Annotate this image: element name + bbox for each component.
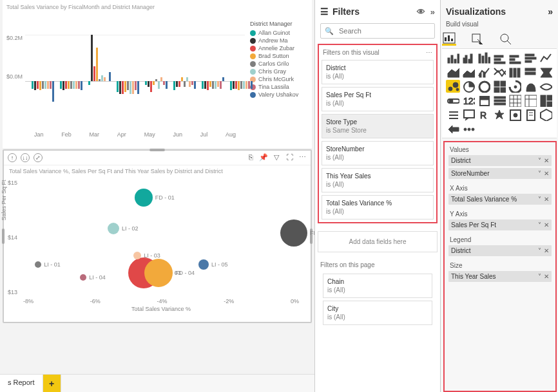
viz-type-icon[interactable] [523, 108, 537, 121]
search-input[interactable] [338, 26, 430, 35]
bar[interactable] [189, 81, 191, 87]
viz-type-icon[interactable] [539, 66, 553, 79]
bar[interactable] [99, 79, 101, 81]
collapse-pane-icon[interactable]: » [430, 7, 435, 17]
viz-type-icon[interactable] [477, 66, 491, 79]
chevron-down-icon[interactable]: ˅ [538, 196, 541, 203]
bar[interactable] [101, 75, 103, 81]
bar[interactable] [119, 81, 121, 94]
bar[interactable] [251, 81, 253, 89]
viz-type-icon[interactable] [508, 66, 522, 79]
viz-type-icon[interactable] [523, 94, 537, 107]
viz-type-icon[interactable] [446, 51, 460, 64]
viz-type-icon[interactable] [508, 51, 522, 64]
collapse-viz-icon[interactable]: » [548, 6, 553, 17]
viz-type-icon[interactable] [508, 108, 522, 121]
legend-item[interactable]: Tina Lassila [250, 84, 308, 90]
bar[interactable] [65, 81, 67, 89]
bar[interactable] [88, 81, 90, 85]
bar[interactable] [93, 66, 95, 81]
remove-field-icon[interactable]: ✕ [544, 157, 549, 164]
bar[interactable] [184, 81, 186, 87]
field-well-item[interactable]: This Year Sales˅✕ [448, 271, 552, 282]
viz-type-icon[interactable] [446, 108, 460, 121]
bar[interactable] [135, 81, 137, 90]
bar[interactable] [191, 81, 193, 85]
bubble[interactable] [144, 259, 173, 287]
bar[interactable] [109, 72, 111, 81]
bar[interactable] [150, 81, 152, 92]
filter-icon[interactable]: ▽ [272, 153, 281, 161]
bar[interactable] [63, 81, 64, 90]
viz-type-icon[interactable] [492, 80, 506, 93]
viz-type-icon[interactable] [492, 108, 506, 121]
bar[interactable] [78, 81, 80, 89]
bar[interactable] [39, 81, 41, 90]
bar[interactable] [124, 81, 126, 92]
add-page-tab[interactable]: + [43, 375, 61, 392]
bar[interactable] [130, 81, 131, 94]
expand-icon[interactable]: ⤢ [34, 153, 43, 162]
bar[interactable] [137, 81, 139, 94]
scatter-visual[interactable]: ↑ ↓↓ ⤢ ⎘ 📌 ▽ ⛶ ⋯ Total Sales Variance %,… [3, 149, 312, 323]
bar[interactable] [44, 81, 46, 89]
bar[interactable] [104, 77, 106, 81]
bar[interactable] [178, 81, 180, 87]
bar[interactable] [194, 81, 196, 89]
filter-card[interactable]: StoreNumberis (All) [322, 141, 434, 165]
bar[interactable] [145, 81, 147, 85]
viz-type-icon[interactable] [446, 80, 460, 93]
bar[interactable] [235, 81, 237, 89]
viz-type-icon[interactable] [446, 94, 460, 107]
bar[interactable] [217, 81, 219, 87]
chevron-down-icon[interactable]: ˅ [538, 157, 541, 164]
filter-card[interactable]: Total Sales Variance %is (All) [322, 195, 434, 219]
viz-type-icon[interactable] [461, 122, 476, 135]
bar[interactable] [202, 81, 204, 89]
bar[interactable] [148, 81, 149, 87]
legend-item[interactable]: Andrew Ma [250, 37, 308, 44]
bar[interactable] [181, 77, 183, 81]
bar[interactable] [233, 81, 235, 89]
legend-item[interactable]: Allan Guinot [250, 30, 308, 36]
field-well-item[interactable]: Total Sales Variance %˅✕ [448, 194, 552, 205]
chevron-down-icon[interactable]: ˅ [538, 273, 541, 280]
bubble[interactable] [35, 261, 41, 268]
bubble[interactable] [280, 219, 307, 247]
page-filter-card[interactable]: Chainis (All) [323, 274, 432, 298]
viz-type-icon[interactable]: R [477, 108, 491, 121]
bar[interactable] [117, 81, 119, 92]
viz-type-icon[interactable] [523, 66, 537, 79]
page-tab-report[interactable]: s Report [0, 375, 43, 392]
bubble[interactable] [133, 252, 141, 259]
filter-card[interactable]: Districtis (All) [322, 60, 434, 84]
bar[interactable] [81, 81, 82, 90]
viz-type-icon[interactable] [508, 80, 522, 93]
add-data-fields[interactable]: Add data fields here [318, 231, 438, 252]
bar[interactable] [186, 77, 188, 81]
bar[interactable] [127, 81, 129, 90]
bubble[interactable] [135, 189, 153, 207]
viz-type-icon[interactable] [461, 66, 476, 79]
viz-type-icon[interactable] [477, 51, 491, 64]
viz-type-icon[interactable] [539, 51, 553, 64]
field-well-item[interactable]: StoreNumber˅✕ [448, 168, 552, 179]
chevron-down-icon[interactable]: ˅ [538, 221, 541, 229]
bar[interactable] [243, 81, 245, 89]
bar[interactable] [204, 81, 206, 89]
focus-mode-icon[interactable]: ⛶ [285, 153, 294, 161]
field-well-item[interactable]: District˅✕ [448, 155, 552, 166]
bar[interactable] [245, 81, 247, 89]
bar[interactable] [70, 81, 72, 89]
viz-type-icon[interactable] [539, 80, 553, 93]
legend-item[interactable]: Carlos Grilo [250, 61, 308, 67]
remove-field-icon[interactable]: ✕ [544, 247, 549, 254]
bar[interactable] [42, 81, 44, 89]
viz-type-icon[interactable] [539, 108, 553, 121]
build-visual-icon[interactable] [442, 32, 456, 46]
view-icon[interactable]: 👁 [417, 7, 425, 17]
page-filter-card[interactable]: Cityis (All) [323, 301, 432, 325]
viz-type-icon[interactable] [539, 94, 553, 107]
viz-type-icon[interactable]: 123 [461, 94, 476, 107]
remove-field-icon[interactable]: ✕ [544, 196, 549, 203]
